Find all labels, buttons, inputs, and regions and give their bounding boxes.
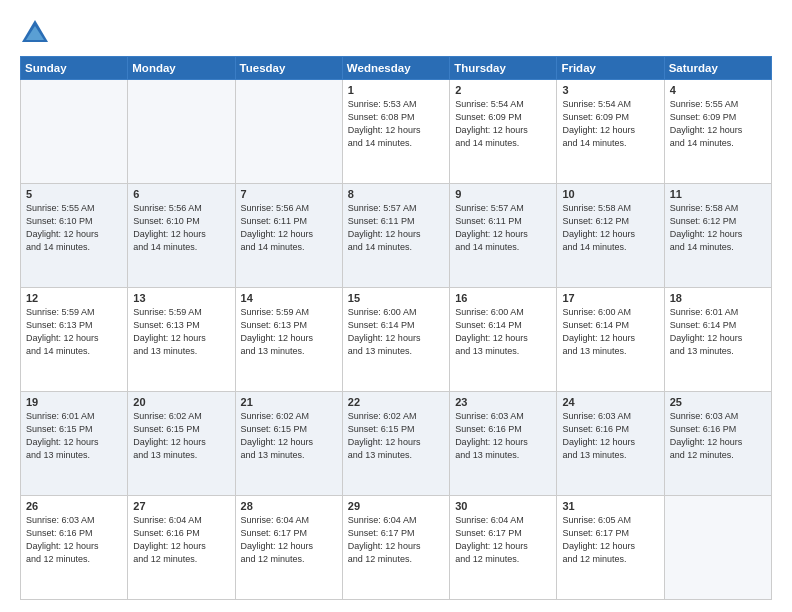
day-number: 21 [241, 396, 337, 408]
day-number: 13 [133, 292, 229, 304]
day-number: 7 [241, 188, 337, 200]
day-info: Sunrise: 6:03 AM Sunset: 6:16 PM Dayligh… [26, 514, 122, 566]
calendar-cell: 5Sunrise: 5:55 AM Sunset: 6:10 PM Daylig… [21, 184, 128, 288]
calendar-cell: 2Sunrise: 5:54 AM Sunset: 6:09 PM Daylig… [450, 80, 557, 184]
day-number: 20 [133, 396, 229, 408]
calendar-week-5: 26Sunrise: 6:03 AM Sunset: 6:16 PM Dayli… [21, 496, 772, 600]
day-number: 25 [670, 396, 766, 408]
day-info: Sunrise: 6:02 AM Sunset: 6:15 PM Dayligh… [133, 410, 229, 462]
day-info: Sunrise: 6:04 AM Sunset: 6:17 PM Dayligh… [455, 514, 551, 566]
day-info: Sunrise: 6:00 AM Sunset: 6:14 PM Dayligh… [562, 306, 658, 358]
day-number: 10 [562, 188, 658, 200]
col-header-saturday: Saturday [664, 57, 771, 80]
day-info: Sunrise: 5:54 AM Sunset: 6:09 PM Dayligh… [455, 98, 551, 150]
day-number: 2 [455, 84, 551, 96]
calendar-cell: 12Sunrise: 5:59 AM Sunset: 6:13 PM Dayli… [21, 288, 128, 392]
day-info: Sunrise: 5:59 AM Sunset: 6:13 PM Dayligh… [133, 306, 229, 358]
day-number: 23 [455, 396, 551, 408]
day-number: 14 [241, 292, 337, 304]
day-number: 30 [455, 500, 551, 512]
logo [20, 18, 54, 46]
day-info: Sunrise: 5:54 AM Sunset: 6:09 PM Dayligh… [562, 98, 658, 150]
col-header-wednesday: Wednesday [342, 57, 449, 80]
day-info: Sunrise: 5:58 AM Sunset: 6:12 PM Dayligh… [562, 202, 658, 254]
day-info: Sunrise: 5:53 AM Sunset: 6:08 PM Dayligh… [348, 98, 444, 150]
day-info: Sunrise: 6:02 AM Sunset: 6:15 PM Dayligh… [348, 410, 444, 462]
calendar-cell: 8Sunrise: 5:57 AM Sunset: 6:11 PM Daylig… [342, 184, 449, 288]
calendar-cell: 31Sunrise: 6:05 AM Sunset: 6:17 PM Dayli… [557, 496, 664, 600]
calendar-cell: 9Sunrise: 5:57 AM Sunset: 6:11 PM Daylig… [450, 184, 557, 288]
calendar-cell: 1Sunrise: 5:53 AM Sunset: 6:08 PM Daylig… [342, 80, 449, 184]
day-number: 8 [348, 188, 444, 200]
calendar-cell: 29Sunrise: 6:04 AM Sunset: 6:17 PM Dayli… [342, 496, 449, 600]
day-info: Sunrise: 6:00 AM Sunset: 6:14 PM Dayligh… [455, 306, 551, 358]
day-info: Sunrise: 6:03 AM Sunset: 6:16 PM Dayligh… [455, 410, 551, 462]
calendar-week-2: 5Sunrise: 5:55 AM Sunset: 6:10 PM Daylig… [21, 184, 772, 288]
day-number: 6 [133, 188, 229, 200]
day-info: Sunrise: 5:55 AM Sunset: 6:10 PM Dayligh… [26, 202, 122, 254]
calendar-header-row: SundayMondayTuesdayWednesdayThursdayFrid… [21, 57, 772, 80]
calendar-cell: 25Sunrise: 6:03 AM Sunset: 6:16 PM Dayli… [664, 392, 771, 496]
calendar-cell [21, 80, 128, 184]
day-info: Sunrise: 6:01 AM Sunset: 6:15 PM Dayligh… [26, 410, 122, 462]
col-header-monday: Monday [128, 57, 235, 80]
calendar-cell: 24Sunrise: 6:03 AM Sunset: 6:16 PM Dayli… [557, 392, 664, 496]
day-info: Sunrise: 6:02 AM Sunset: 6:15 PM Dayligh… [241, 410, 337, 462]
header [20, 18, 772, 46]
calendar-cell: 11Sunrise: 5:58 AM Sunset: 6:12 PM Dayli… [664, 184, 771, 288]
calendar-cell: 4Sunrise: 5:55 AM Sunset: 6:09 PM Daylig… [664, 80, 771, 184]
calendar-cell: 13Sunrise: 5:59 AM Sunset: 6:13 PM Dayli… [128, 288, 235, 392]
col-header-friday: Friday [557, 57, 664, 80]
calendar-cell: 17Sunrise: 6:00 AM Sunset: 6:14 PM Dayli… [557, 288, 664, 392]
day-number: 31 [562, 500, 658, 512]
day-number: 16 [455, 292, 551, 304]
page: SundayMondayTuesdayWednesdayThursdayFrid… [0, 0, 792, 612]
calendar-week-3: 12Sunrise: 5:59 AM Sunset: 6:13 PM Dayli… [21, 288, 772, 392]
calendar-cell: 22Sunrise: 6:02 AM Sunset: 6:15 PM Dayli… [342, 392, 449, 496]
day-number: 18 [670, 292, 766, 304]
calendar-table: SundayMondayTuesdayWednesdayThursdayFrid… [20, 56, 772, 600]
day-info: Sunrise: 5:55 AM Sunset: 6:09 PM Dayligh… [670, 98, 766, 150]
day-number: 17 [562, 292, 658, 304]
calendar-cell: 27Sunrise: 6:04 AM Sunset: 6:16 PM Dayli… [128, 496, 235, 600]
calendar-cell: 18Sunrise: 6:01 AM Sunset: 6:14 PM Dayli… [664, 288, 771, 392]
calendar-cell: 20Sunrise: 6:02 AM Sunset: 6:15 PM Dayli… [128, 392, 235, 496]
day-info: Sunrise: 5:57 AM Sunset: 6:11 PM Dayligh… [455, 202, 551, 254]
day-info: Sunrise: 5:59 AM Sunset: 6:13 PM Dayligh… [26, 306, 122, 358]
day-number: 15 [348, 292, 444, 304]
day-info: Sunrise: 6:04 AM Sunset: 6:17 PM Dayligh… [348, 514, 444, 566]
day-info: Sunrise: 6:05 AM Sunset: 6:17 PM Dayligh… [562, 514, 658, 566]
day-info: Sunrise: 5:57 AM Sunset: 6:11 PM Dayligh… [348, 202, 444, 254]
day-number: 24 [562, 396, 658, 408]
day-info: Sunrise: 6:00 AM Sunset: 6:14 PM Dayligh… [348, 306, 444, 358]
day-number: 9 [455, 188, 551, 200]
calendar-cell [128, 80, 235, 184]
calendar-cell: 28Sunrise: 6:04 AM Sunset: 6:17 PM Dayli… [235, 496, 342, 600]
calendar-cell: 6Sunrise: 5:56 AM Sunset: 6:10 PM Daylig… [128, 184, 235, 288]
day-info: Sunrise: 5:56 AM Sunset: 6:10 PM Dayligh… [133, 202, 229, 254]
calendar-cell: 10Sunrise: 5:58 AM Sunset: 6:12 PM Dayli… [557, 184, 664, 288]
day-number: 27 [133, 500, 229, 512]
day-number: 1 [348, 84, 444, 96]
calendar-cell: 7Sunrise: 5:56 AM Sunset: 6:11 PM Daylig… [235, 184, 342, 288]
calendar-cell: 21Sunrise: 6:02 AM Sunset: 6:15 PM Dayli… [235, 392, 342, 496]
day-number: 26 [26, 500, 122, 512]
calendar-cell: 16Sunrise: 6:00 AM Sunset: 6:14 PM Dayli… [450, 288, 557, 392]
day-info: Sunrise: 5:58 AM Sunset: 6:12 PM Dayligh… [670, 202, 766, 254]
calendar-cell: 30Sunrise: 6:04 AM Sunset: 6:17 PM Dayli… [450, 496, 557, 600]
day-info: Sunrise: 6:03 AM Sunset: 6:16 PM Dayligh… [670, 410, 766, 462]
calendar-cell: 26Sunrise: 6:03 AM Sunset: 6:16 PM Dayli… [21, 496, 128, 600]
calendar-cell: 19Sunrise: 6:01 AM Sunset: 6:15 PM Dayli… [21, 392, 128, 496]
calendar-cell: 3Sunrise: 5:54 AM Sunset: 6:09 PM Daylig… [557, 80, 664, 184]
day-number: 5 [26, 188, 122, 200]
calendar-week-4: 19Sunrise: 6:01 AM Sunset: 6:15 PM Dayli… [21, 392, 772, 496]
day-number: 28 [241, 500, 337, 512]
day-number: 22 [348, 396, 444, 408]
calendar-cell: 15Sunrise: 6:00 AM Sunset: 6:14 PM Dayli… [342, 288, 449, 392]
day-number: 3 [562, 84, 658, 96]
col-header-thursday: Thursday [450, 57, 557, 80]
day-info: Sunrise: 6:03 AM Sunset: 6:16 PM Dayligh… [562, 410, 658, 462]
calendar-cell: 14Sunrise: 5:59 AM Sunset: 6:13 PM Dayli… [235, 288, 342, 392]
day-number: 4 [670, 84, 766, 96]
col-header-tuesday: Tuesday [235, 57, 342, 80]
